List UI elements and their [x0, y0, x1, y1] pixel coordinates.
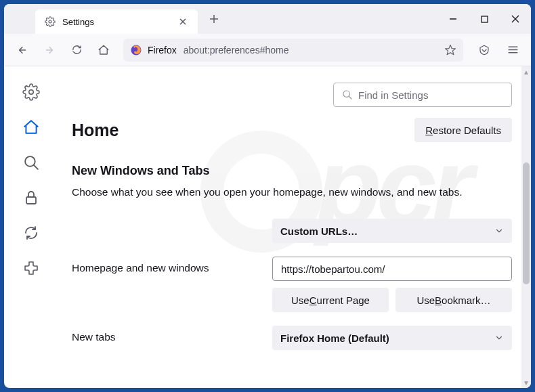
maximize-button[interactable]	[469, 6, 500, 32]
menu-button[interactable]	[501, 39, 524, 62]
section-title: New Windows and Tabs	[72, 164, 512, 178]
use-current-page-button[interactable]: Use Current Page	[272, 288, 389, 312]
tab-label: Settings	[62, 17, 171, 27]
url-identity: Firefox	[148, 45, 177, 56]
minimize-button[interactable]	[437, 6, 469, 32]
url-bar[interactable]: Firefox about:preferences#home	[123, 39, 463, 62]
homepage-label	[72, 219, 261, 224]
svg-rect-5	[26, 197, 36, 204]
settings-content: Home Restore Defaults New Windows and Ta…	[58, 66, 531, 388]
home-button[interactable]	[92, 39, 115, 62]
sidebar-extensions-icon[interactable]	[22, 259, 41, 278]
homepage-select-value: Custom URLs…	[280, 225, 358, 237]
search-icon	[342, 89, 353, 100]
use-bookmark-button[interactable]: Use Bookmark…	[395, 288, 512, 312]
newtabs-select-value: Firefox Home (Default)	[280, 332, 389, 344]
homepage-url-value: https://tobepartou.com/	[281, 263, 385, 275]
sidebar-privacy-icon[interactable]	[22, 188, 41, 207]
newtabs-select[interactable]: Firefox Home (Default)	[272, 326, 512, 350]
settings-search[interactable]	[333, 83, 512, 107]
toolbar: Firefox about:preferences#home	[4, 34, 531, 66]
homepage-url-input[interactable]: https://tobepartou.com/	[272, 257, 512, 281]
homepage-select[interactable]: Custom URLs…	[272, 219, 512, 243]
page-title: Home	[72, 121, 119, 140]
settings-search-input[interactable]	[358, 89, 503, 101]
chevron-down-icon	[494, 333, 504, 343]
back-button[interactable]	[11, 39, 34, 62]
chevron-down-icon	[494, 226, 504, 236]
gear-icon	[45, 16, 56, 27]
sidebar-sync-icon[interactable]	[22, 223, 41, 242]
pocket-button[interactable]	[473, 39, 496, 62]
new-tab-button[interactable]	[203, 8, 225, 30]
url-text: about:preferences#home	[184, 45, 444, 56]
titlebar: Settings	[4, 4, 531, 34]
homepage-row-label: Homepage and new windows	[72, 257, 261, 274]
forward-button[interactable]	[38, 39, 61, 62]
section-description: Choose what you see when you open your h…	[72, 185, 512, 200]
reload-button[interactable]	[65, 39, 88, 62]
firefox-icon	[130, 44, 142, 56]
svg-point-0	[49, 20, 51, 23]
newtabs-label: New tabs	[72, 326, 261, 343]
browser-tab[interactable]: Settings	[35, 9, 198, 34]
bookmark-star-icon[interactable]	[444, 44, 456, 56]
svg-rect-1	[481, 16, 488, 22]
sidebar-general-icon[interactable]	[22, 83, 41, 102]
sidebar-search-icon[interactable]	[22, 153, 41, 172]
sidebar-home-icon[interactable]	[22, 118, 41, 137]
svg-point-3	[29, 90, 34, 95]
window-close-button[interactable]	[500, 6, 531, 32]
close-icon[interactable]	[177, 16, 188, 27]
settings-sidebar	[4, 66, 58, 388]
restore-defaults-button[interactable]: Restore Defaults	[414, 118, 512, 142]
